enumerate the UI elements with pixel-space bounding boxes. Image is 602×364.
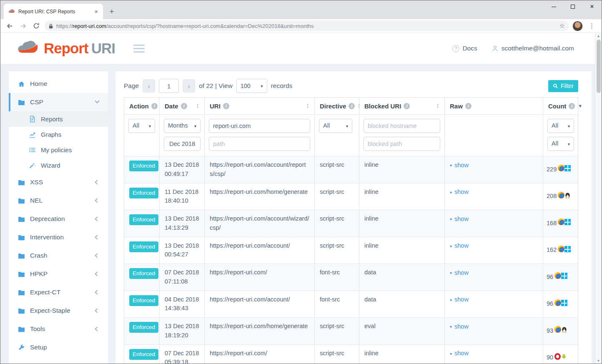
window-controls: ×: [544, 0, 602, 13]
sidebar-item-reports[interactable]: Reports: [9, 111, 108, 127]
wand-icon: [28, 162, 36, 169]
sort-icon[interactable]: ▲▼: [306, 103, 309, 109]
raw-show-toggle[interactable]: ▾show: [450, 241, 469, 251]
sort-icon[interactable]: ▲▼: [196, 103, 199, 109]
raw-cell: ▾show: [445, 318, 543, 345]
reports-table: ActioniDatei▲▼URIi▲▼Directivei▲▼Blocked …: [124, 97, 578, 364]
raw-show-toggle[interactable]: ▾show: [450, 295, 469, 304]
action-filter-select[interactable]: All▾: [128, 119, 155, 133]
raw-cell: ▾show: [445, 183, 543, 211]
sidebar-item-deprecation[interactable]: Deprecation: [9, 210, 108, 228]
date-cell: 13 Dec 201818:19:20: [160, 318, 205, 345]
sidebar-item-expect-staple[interactable]: Expect-Staple: [9, 301, 108, 320]
sidebar-item-csp[interactable]: CSP: [9, 93, 108, 111]
sidebar-item-label: Intervention: [30, 233, 90, 241]
sidebar-item-my-policies[interactable]: My policies: [9, 142, 108, 158]
column-header-uri[interactable]: URIi▲▼: [205, 98, 315, 115]
forward-button[interactable]: [18, 21, 28, 31]
raw-cell: ▾show: [445, 345, 543, 364]
count-value: 90: [547, 353, 553, 362]
main-content: Page ‹ › of 22 | View 100 ▾ records Filt…: [115, 71, 592, 364]
blocked-hostname-input[interactable]: [364, 119, 440, 133]
docs-link[interactable]: ? Docs: [452, 45, 477, 52]
scrollbar-thumb[interactable]: [597, 40, 601, 93]
firefox-icon: [554, 299, 561, 306]
uri-path-input[interactable]: [209, 137, 310, 151]
sidebar-item-nel[interactable]: NEL: [9, 191, 108, 210]
sidebar-item-intervention[interactable]: Intervention: [9, 228, 108, 246]
address-bar[interactable]: https://report-uri.com/account/reports/c…: [45, 20, 569, 31]
count-filter-select-1[interactable]: All▾: [547, 119, 574, 133]
sidebar-item-tools[interactable]: Tools: [9, 320, 108, 338]
maximize-button[interactable]: [563, 0, 582, 13]
raw-show-toggle[interactable]: ▾show: [450, 322, 469, 331]
caret-down-icon: ▾: [450, 324, 452, 330]
folder-icon: [18, 216, 25, 222]
filter-button[interactable]: Filter: [548, 80, 578, 92]
records-per-page-select[interactable]: 100 ▾: [236, 79, 267, 93]
sort-icon[interactable]: ▲▼: [436, 103, 439, 109]
sidebar-item-crash[interactable]: Crash: [9, 246, 108, 265]
reload-button[interactable]: [31, 21, 41, 31]
hamburger-menu-icon[interactable]: [132, 43, 146, 54]
minimize-button[interactable]: [544, 0, 563, 13]
directive-cell: script-src: [315, 156, 359, 183]
new-tab-button[interactable]: +: [105, 5, 118, 18]
column-header-date[interactable]: Datei▲▼: [160, 98, 205, 115]
windows-icon: [561, 300, 567, 306]
sidebar-item-graphs[interactable]: Graphs: [9, 127, 108, 142]
blocked-uri-cell: data: [359, 264, 445, 291]
uri-hostname-input[interactable]: [209, 119, 310, 133]
scrollbar-down-arrow[interactable]: ▼: [595, 358, 602, 364]
action-badge: Enforced: [129, 241, 158, 252]
back-button[interactable]: [5, 21, 15, 31]
page-scrollbar[interactable]: ▲ ▼: [595, 33, 602, 364]
raw-show-toggle[interactable]: ▾show: [450, 215, 469, 224]
sidebar-item-hpkp[interactable]: HPKP: [9, 265, 108, 283]
column-label: Blocked URI: [364, 103, 401, 110]
sidebar-item-home[interactable]: Home: [9, 75, 108, 93]
caret-down-icon: ▾: [450, 162, 452, 168]
column-header-raw: Rawi: [445, 98, 543, 115]
close-button[interactable]: ×: [582, 0, 602, 13]
bookmark-star-icon[interactable]: ☆: [559, 22, 565, 30]
action-badge: Enforced: [129, 322, 158, 333]
sort-desc-icon[interactable]: ▼: [578, 103, 582, 108]
next-page-button[interactable]: ›: [183, 79, 195, 93]
count-filter-select-2[interactable]: All▾: [547, 137, 574, 151]
page-viewport: ReportURI ? Docs scotthelme@hotmail.com …: [0, 33, 602, 364]
column-header-count[interactable]: Counti▼: [543, 98, 578, 115]
raw-show-toggle[interactable]: ▾show: [450, 161, 469, 170]
raw-show-toggle[interactable]: ▾show: [450, 269, 469, 278]
date-unit-select[interactable]: Months▾: [164, 119, 201, 133]
browser-tab[interactable]: Report URI: CSP Reports ×: [4, 4, 103, 19]
caret-down-icon: ▾: [450, 351, 452, 357]
sidebar-item-label: Home: [30, 80, 100, 88]
scrollbar-up-arrow[interactable]: ▲: [595, 33, 602, 39]
date-value-input[interactable]: [164, 137, 201, 151]
report-uri-logo[interactable]: ReportURI: [15, 40, 115, 57]
column-label: Directive: [320, 103, 346, 110]
raw-show-toggle[interactable]: ▾show: [450, 349, 469, 358]
raw-show-toggle[interactable]: ▾show: [450, 188, 469, 197]
column-header-directive[interactable]: Directivei▲▼: [315, 98, 359, 115]
count-cell: 208: [543, 183, 578, 211]
account-email: scotthelme@hotmail.com: [502, 45, 574, 52]
caret-down-icon: ▾: [568, 141, 570, 147]
sidebar-item-xss[interactable]: XSS: [9, 173, 108, 191]
sidebar-item-expect-ct[interactable]: Expect-CT: [9, 283, 108, 301]
column-header-blocked-uri[interactable]: Blocked URIi▲▼: [359, 98, 445, 115]
profile-avatar[interactable]: [572, 21, 583, 31]
tab-close-icon[interactable]: ×: [93, 8, 100, 15]
sidebar-item-wizard[interactable]: Wizard: [9, 158, 108, 173]
blocked-path-input[interactable]: [364, 137, 440, 151]
back-arrow-icon: [6, 23, 13, 30]
page-number-input[interactable]: [159, 79, 179, 93]
sidebar-nav: HomeCSPReportsGraphsMy policiesWizardXSS…: [9, 71, 108, 364]
directive-filter-select[interactable]: All▾: [319, 119, 352, 133]
account-menu[interactable]: scotthelme@hotmail.com: [492, 45, 574, 52]
directive-cell: script-src: [315, 345, 359, 364]
prev-page-button[interactable]: ‹: [143, 79, 155, 93]
sidebar-item-setup[interactable]: Setup: [9, 338, 108, 356]
browser-menu-icon[interactable]: ⋮: [586, 22, 597, 30]
